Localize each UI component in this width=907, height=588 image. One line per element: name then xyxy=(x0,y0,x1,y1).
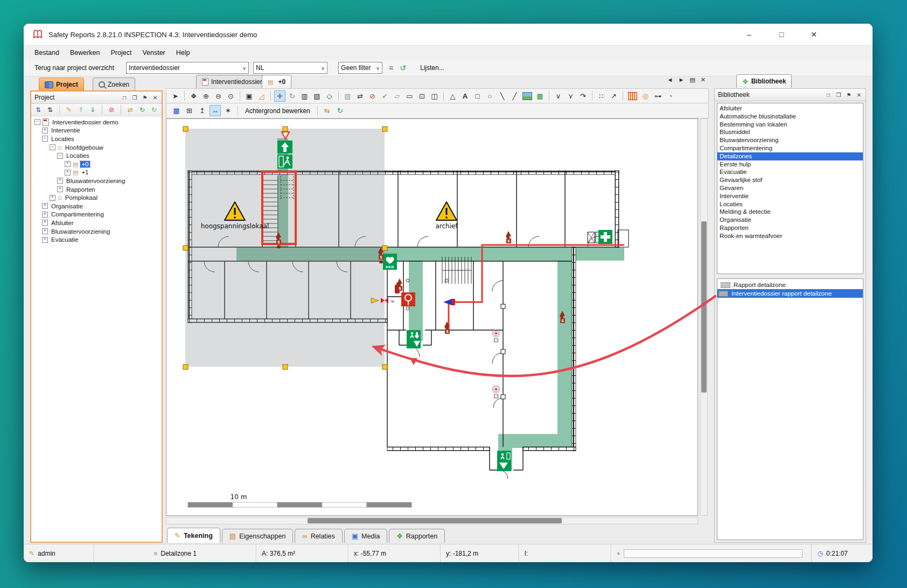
rotate-tool-icon[interactable]: ↻ xyxy=(287,90,298,102)
aed-sign[interactable]: AED xyxy=(383,254,397,270)
rect-tool-icon[interactable]: □ xyxy=(472,90,483,102)
tree-item-compartimentering[interactable]: +Compartimentering xyxy=(31,211,162,219)
tree-item-locaties[interactable]: −Locaties xyxy=(31,135,162,143)
expander-icon[interactable]: − xyxy=(34,119,40,125)
expander-icon[interactable]: + xyxy=(42,228,48,234)
language-select[interactable]: NL ∨ xyxy=(253,62,327,74)
expander-icon[interactable]: + xyxy=(42,220,48,226)
tree-item-organisatie[interactable]: +Organisatie xyxy=(31,202,162,211)
expander-icon[interactable]: + xyxy=(50,195,55,201)
report-zone-item[interactable]: Rapport detailzone xyxy=(717,281,863,289)
send-back-icon[interactable]: ▧ xyxy=(311,90,323,102)
snap-point-icon[interactable]: ∨ xyxy=(553,90,564,102)
library-item[interactable]: Organisatie xyxy=(717,216,863,224)
library-item[interactable]: Blusmiddel xyxy=(717,128,863,136)
set-square-icon[interactable]: ◿ xyxy=(256,90,267,102)
tab-list-icon[interactable]: ▤ xyxy=(689,76,695,83)
lists-link[interactable]: Lijsten... xyxy=(420,64,444,72)
jump-icon[interactable]: ↷ xyxy=(577,90,589,102)
tree-item-interventie[interactable]: +Interventie xyxy=(31,127,162,135)
polygon-tool-icon[interactable]: △ xyxy=(447,90,458,102)
transform-icon[interactable]: ◫ xyxy=(429,90,440,102)
panel-float-icon[interactable]: ❐ xyxy=(835,92,842,98)
library-item[interactable]: Afsluiter xyxy=(717,104,863,113)
compass-icon[interactable]: ◔ xyxy=(665,90,676,102)
filter-options-icon[interactable]: ≡ xyxy=(389,64,393,72)
snap-grid-icon[interactable]: ⋎ xyxy=(565,90,576,102)
expander-icon[interactable]: + xyxy=(65,161,71,167)
panel-close-icon[interactable]: ✕ xyxy=(152,95,158,101)
polyline-tool-icon[interactable]: ╱ xyxy=(509,90,520,102)
grid-fit-icon[interactable]: ⊞ xyxy=(184,105,195,116)
menu-bestand[interactable]: Bestand xyxy=(29,47,65,58)
drawing-canvas[interactable]: hoogspanningslokaal archief xyxy=(166,118,698,516)
exit-sign-south-branch[interactable] xyxy=(407,330,421,365)
tab-prev-icon[interactable]: ◄ xyxy=(667,76,673,83)
copy-icon[interactable]: ▨ xyxy=(342,90,353,102)
panel-float-icon[interactable]: ❐ xyxy=(131,95,138,101)
warning-archief[interactable]: archief xyxy=(435,202,458,230)
first-aid-sign[interactable] xyxy=(598,230,612,244)
expander-icon[interactable]: − xyxy=(42,136,48,142)
canvas-horizontal-scrollbar[interactable] xyxy=(166,517,698,524)
image-tool-icon[interactable] xyxy=(522,92,532,100)
zoom-region-icon[interactable]: ⊙ xyxy=(225,90,236,102)
tab-relaties[interactable]: ∞ Relaties xyxy=(295,529,342,543)
library-item[interactable]: Automatische blusinstallatie xyxy=(717,113,863,121)
tree-item-pomplokaal[interactable]: +⌂Pomplokaal xyxy=(31,193,162,202)
library-item[interactable]: Bluswatervoorziening xyxy=(717,136,863,144)
crop-icon[interactable]: ⊡ xyxy=(416,90,428,102)
refresh-add-icon[interactable]: ↻ xyxy=(137,105,147,115)
refresh-icon[interactable]: ↻ xyxy=(149,105,159,115)
target-icon[interactable]: ◎ xyxy=(640,90,651,102)
grid-tool-icon[interactable] xyxy=(628,92,637,100)
tree-item-floor-1[interactable]: +▤+1 xyxy=(31,169,162,177)
expander-icon[interactable]: + xyxy=(57,186,63,192)
exit-sign-south[interactable] xyxy=(497,451,511,471)
tab-interventiedossier[interactable]: Interventiedossier xyxy=(196,75,268,88)
tab-media[interactable]: ▣ Media xyxy=(344,529,387,543)
library-item[interactable]: Compartimentering xyxy=(717,144,863,152)
tree-item-root[interactable]: −Interventiedossier demo xyxy=(31,118,162,127)
menu-project[interactable]: Project xyxy=(105,47,137,58)
floor-plan[interactable]: hoogspanningslokaal archief xyxy=(166,119,698,515)
move-up-icon[interactable]: ⇑ xyxy=(76,105,86,115)
rect-select-icon[interactable]: ▭ xyxy=(404,90,415,102)
edit-background-button[interactable]: Achtergrond bewerken xyxy=(242,107,313,115)
tab-eigenschappen[interactable]: ▤ Eigenschappen xyxy=(222,529,293,543)
expander-icon[interactable]: + xyxy=(42,203,48,209)
expander-icon[interactable]: + xyxy=(42,237,48,243)
library-item[interactable]: Gevaarlijke stof xyxy=(717,176,863,184)
library-item[interactable]: Rook-en warmteafvoer xyxy=(717,232,863,240)
panel-close-icon[interactable]: ✕ xyxy=(856,92,862,98)
library-item[interactable]: Locaties xyxy=(717,200,863,208)
ellipse-tool-icon[interactable]: ○ xyxy=(484,90,496,102)
library-item[interactable]: Gevaren xyxy=(717,184,863,192)
filter-select[interactable]: Geen filter ∨ xyxy=(338,62,382,74)
library-item[interactable]: Interventie xyxy=(717,192,863,200)
tree-item-rapporten[interactable]: +Rapporten xyxy=(31,185,162,194)
sort-structure-icon[interactable]: ⇅ xyxy=(33,105,43,115)
panel-maximize-icon[interactable]: □ xyxy=(825,92,832,98)
replace-icon[interactable]: ⇄ xyxy=(354,90,366,102)
dots-icon[interactable]: ∷ xyxy=(596,90,607,102)
tab-floor-0[interactable]: ▤ +0 xyxy=(262,75,291,88)
select-tool-icon[interactable]: ➤ xyxy=(170,90,181,102)
refresh-icon[interactable]: ↺ xyxy=(400,64,406,72)
fit-screen-icon[interactable]: ▣ xyxy=(243,90,255,102)
expander-icon[interactable]: + xyxy=(65,170,71,176)
pointer-ne-icon[interactable]: ↗ xyxy=(608,90,619,102)
bring-front-icon[interactable]: ▥ xyxy=(299,90,310,102)
maximize-button[interactable]: □ xyxy=(775,27,789,41)
expander-icon[interactable]: − xyxy=(57,153,63,159)
tab-close-icon[interactable]: ✕ xyxy=(701,76,706,83)
project-select[interactable]: Interventiedossier ∨ xyxy=(126,62,249,74)
close-button[interactable]: ✕ xyxy=(807,27,821,41)
panel-maximize-icon[interactable]: □ xyxy=(121,95,128,101)
menu-venster[interactable]: Venster xyxy=(137,47,170,58)
accept-icon[interactable]: ✔ xyxy=(379,90,390,102)
block-icon[interactable]: ⊘ xyxy=(107,105,116,115)
expander-icon[interactable]: + xyxy=(42,212,48,218)
measure-tool-icon[interactable]: ↔ xyxy=(210,105,221,116)
tree-item-evacuatie[interactable]: +Evacuatie xyxy=(31,235,162,244)
